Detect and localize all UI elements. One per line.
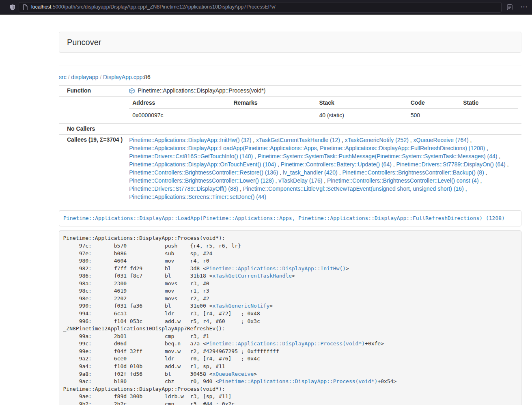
url-text: localhost:5000/path/src/displayapp/Displ… bbox=[31, 4, 276, 11]
disassembly-symbol-link[interactable]: xQueueReceive bbox=[212, 371, 254, 377]
browser-toolbar: localhost:5000/path/src/displayapp/Displ… bbox=[0, 0, 532, 15]
callee-link[interactable]: Pinetime::Controllers::BrightnessControl… bbox=[129, 177, 274, 184]
callee-link[interactable]: Pinetime::Controllers::BrightnessControl… bbox=[342, 169, 484, 176]
callees-row: Callees (19, Σ=3704 ) Pinetime::Applicat… bbox=[59, 134, 521, 202]
function-name: Pinetime::Applications::DisplayApp::Proc… bbox=[138, 87, 265, 95]
breadcrumb-line-number: :86 bbox=[142, 74, 150, 80]
callee-link[interactable]: xTaskGenericNotify (252) bbox=[345, 137, 409, 143]
column-header-address: Address bbox=[129, 98, 230, 109]
disassembly-symbol-link[interactable]: Pinetime::Applications::DisplayApp::Proc… bbox=[206, 340, 365, 347]
callee-link[interactable]: Pinetime::Applications::DisplayApp::Load… bbox=[129, 145, 485, 151]
app-title-panel: Puncover bbox=[59, 32, 521, 53]
breadcrumb: src / displayapp / DisplayApp.cpp:86 bbox=[59, 73, 521, 82]
disassembly-symbol-link[interactable]: xTaskGenericNotify bbox=[212, 303, 269, 309]
metrics-table: Address Remarks Stack Code Static 0x0000… bbox=[129, 98, 518, 122]
breadcrumb-separator: / bbox=[100, 74, 101, 80]
column-header-remarks: Remarks bbox=[230, 98, 316, 109]
shield-icon[interactable] bbox=[9, 4, 16, 11]
cell-remarks bbox=[230, 109, 316, 122]
disassembly-symbol-link[interactable]: Pinetime::Applications::DisplayApp::Init… bbox=[206, 265, 346, 271]
main-content: Puncover src / displayapp / DisplayApp.c… bbox=[59, 32, 521, 405]
cell-stack: 40 (static) bbox=[316, 109, 407, 122]
cell-code: 500 bbox=[407, 109, 460, 122]
callee-link[interactable]: Pinetime::System::SystemTask::PushMessag… bbox=[258, 153, 498, 159]
no-callers-label: No Callers bbox=[59, 123, 126, 134]
url-host: localhost bbox=[31, 4, 51, 10]
function-icon bbox=[129, 88, 135, 94]
highlighted-line-box: Pinetime::Applications::DisplayApp::Load… bbox=[59, 210, 521, 226]
callee-link[interactable]: Pinetime::Applications::DisplayApp::OnTo… bbox=[129, 161, 276, 168]
symbol-table: Function Pinetime::Applications::Display… bbox=[59, 85, 521, 202]
callee-link[interactable]: Pinetime::Controllers::BrightnessControl… bbox=[327, 177, 478, 184]
breadcrumb-link-displayapp[interactable]: displayapp bbox=[71, 74, 98, 80]
callee-link[interactable]: Pinetime::Drivers::Cst816S::GetTouchInfo… bbox=[129, 153, 253, 159]
disassembly-symbol-link[interactable]: Pinetime::Applications::DisplayApp::Proc… bbox=[219, 378, 377, 384]
callee-link[interactable]: Pinetime::Applications::DisplayApp::Init… bbox=[129, 137, 251, 143]
callee-link[interactable]: Pinetime::Controllers::BrightnessControl… bbox=[129, 169, 278, 176]
divider bbox=[59, 65, 521, 65]
callee-link[interactable]: vTaskDelay (176) bbox=[278, 177, 322, 184]
disassembly: Pinetime::Applications::DisplayApp::Proc… bbox=[59, 231, 521, 405]
no-callers-row: No Callers bbox=[59, 123, 521, 134]
callee-link[interactable]: Pinetime::Controllers::Battery::Update()… bbox=[281, 161, 392, 168]
column-header-code: Code bbox=[407, 98, 460, 109]
callee-link[interactable]: lv_task_handler (420) bbox=[283, 169, 338, 176]
column-header-static: Static bbox=[460, 98, 518, 109]
overflow-menu-icon[interactable]: ⋯ bbox=[520, 1, 528, 13]
breadcrumb-link-src[interactable]: src bbox=[59, 74, 67, 80]
table-row: 0x0000097c 40 (static) 500 bbox=[129, 109, 518, 122]
callee-link[interactable]: Pinetime::Drivers::St7789::DisplayOff() … bbox=[129, 185, 238, 192]
url-path: :5000/path/src/displayapp/DisplayApp.cpp… bbox=[51, 4, 275, 10]
page-title: Puncover bbox=[67, 38, 101, 47]
cell-static bbox=[460, 109, 518, 122]
callees-cell: Pinetime::Applications::DisplayApp::Init… bbox=[126, 134, 521, 202]
breadcrumb-separator: / bbox=[68, 74, 70, 80]
callee-link[interactable]: Pinetime::Components::LittleVgl::SetNewT… bbox=[243, 185, 464, 192]
metrics-row: Address Remarks Stack Code Static 0x0000… bbox=[59, 96, 521, 123]
function-label: Function bbox=[59, 85, 126, 96]
callee-link[interactable]: xQueueReceive (764) bbox=[414, 137, 469, 143]
breadcrumb-link-file[interactable]: DisplayApp.cpp bbox=[103, 74, 142, 80]
callees-label: Callees (19, Σ=3704 ) bbox=[59, 134, 126, 202]
reader-view-icon[interactable] bbox=[507, 4, 513, 10]
callee-link[interactable]: xTaskGetCurrentTaskHandle (12) bbox=[256, 137, 340, 143]
callee-link[interactable]: Pinetime::Drivers::St7789::DisplayOn() (… bbox=[396, 161, 506, 168]
cell-address: 0x0000097c bbox=[129, 109, 230, 122]
highlighted-symbol-link[interactable]: Pinetime::Applications::DisplayApp::Load… bbox=[63, 215, 505, 221]
url-bar[interactable]: localhost:5000/path/src/displayapp/Displ… bbox=[19, 2, 502, 13]
page-icon[interactable] bbox=[23, 4, 28, 10]
disassembly-symbol-link[interactable]: xTaskGetCurrentTaskHandle bbox=[212, 273, 292, 279]
column-header-stack: Stack bbox=[316, 98, 407, 109]
function-row: Function Pinetime::Applications::Display… bbox=[59, 85, 521, 96]
callee-link[interactable]: Pinetime::Applications::Screens::Timer::… bbox=[129, 194, 266, 200]
